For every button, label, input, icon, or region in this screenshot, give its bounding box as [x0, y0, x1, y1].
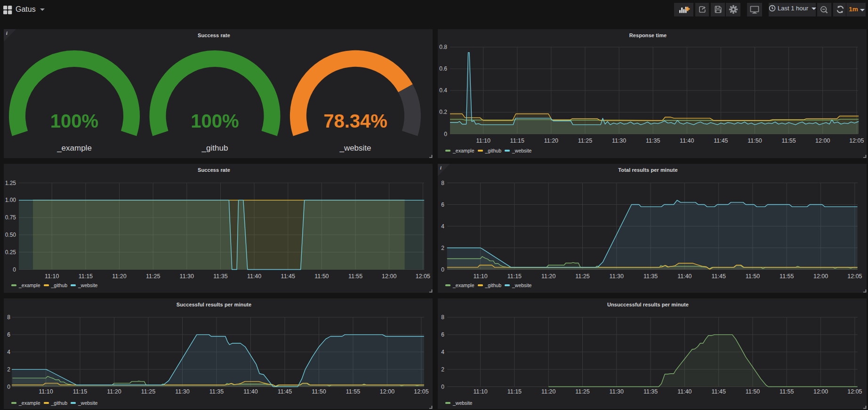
svg-text:12:05: 12:05 — [847, 273, 862, 280]
svg-text:4: 4 — [441, 223, 444, 230]
svg-text:11:15: 11:15 — [79, 273, 93, 280]
svg-text:11:45: 11:45 — [281, 273, 295, 280]
svg-text:12:05: 12:05 — [414, 388, 428, 395]
svg-text:11:10: 11:10 — [473, 273, 487, 280]
svg-text:11:40: 11:40 — [677, 273, 691, 280]
svg-text:11:35: 11:35 — [643, 388, 658, 395]
svg-text:_example: _example — [56, 144, 92, 153]
svg-text:11:55: 11:55 — [780, 273, 794, 280]
svg-text:8: 8 — [441, 180, 444, 186]
svg-text:11:50: 11:50 — [312, 388, 326, 395]
svg-text:0: 0 — [441, 384, 444, 390]
svg-text:11:55: 11:55 — [348, 273, 362, 280]
svg-text:6: 6 — [441, 331, 444, 338]
svg-text:11:50: 11:50 — [746, 388, 760, 395]
svg-text:11:35: 11:35 — [213, 273, 227, 280]
svg-text:0.75: 0.75 — [5, 214, 16, 221]
svg-text:12:05: 12:05 — [849, 137, 864, 144]
svg-text:0: 0 — [7, 384, 10, 390]
svg-text:11:35: 11:35 — [643, 273, 658, 280]
svg-text:0.4: 0.4 — [439, 87, 447, 94]
svg-text:11:25: 11:25 — [578, 137, 592, 144]
svg-text:8: 8 — [441, 314, 444, 321]
svg-text:100%: 100% — [191, 111, 239, 131]
svg-text:_website: _website — [339, 144, 371, 153]
svg-text:11:25: 11:25 — [575, 388, 589, 395]
svg-text:11:50: 11:50 — [746, 273, 760, 280]
svg-text:11:30: 11:30 — [612, 137, 626, 144]
svg-text:11:15: 11:15 — [73, 388, 87, 395]
svg-text:2: 2 — [441, 366, 444, 373]
svg-text:11:15: 11:15 — [510, 137, 524, 144]
svg-text:11:20: 11:20 — [541, 273, 555, 280]
svg-text:11:40: 11:40 — [247, 273, 261, 280]
svg-text:11:20: 11:20 — [541, 388, 555, 395]
svg-text:12:00: 12:00 — [813, 388, 828, 395]
svg-text:11:20: 11:20 — [544, 137, 558, 144]
svg-text:0.8: 0.8 — [439, 44, 447, 50]
svg-text:11:10: 11:10 — [473, 388, 487, 395]
svg-text:11:10: 11:10 — [39, 388, 53, 395]
svg-text:11:20: 11:20 — [112, 273, 126, 280]
svg-text:78.34%: 78.34% — [323, 111, 387, 131]
svg-text:12:05: 12:05 — [416, 273, 430, 280]
svg-text:11:55: 11:55 — [781, 137, 796, 144]
svg-text:12:00: 12:00 — [380, 388, 394, 395]
svg-text:11:55: 11:55 — [780, 388, 794, 395]
svg-text:0: 0 — [444, 131, 447, 137]
svg-text:0.6: 0.6 — [439, 65, 447, 72]
svg-text:11:35: 11:35 — [646, 137, 660, 144]
svg-text:11:25: 11:25 — [575, 273, 589, 280]
svg-text:11:45: 11:45 — [712, 388, 726, 395]
svg-text:2: 2 — [7, 366, 10, 373]
svg-text:11:45: 11:45 — [712, 273, 726, 280]
svg-text:12:00: 12:00 — [813, 273, 828, 280]
svg-text:11:40: 11:40 — [243, 388, 257, 395]
svg-text:11:35: 11:35 — [209, 388, 224, 395]
svg-text:11:30: 11:30 — [180, 273, 194, 280]
svg-text:11:25: 11:25 — [141, 388, 155, 395]
svg-text:_github: _github — [201, 144, 228, 153]
svg-text:6: 6 — [7, 331, 10, 338]
svg-text:11:10: 11:10 — [45, 273, 59, 280]
svg-text:12:00: 12:00 — [382, 273, 396, 280]
svg-text:4: 4 — [441, 349, 444, 355]
svg-text:6: 6 — [441, 201, 444, 208]
svg-text:1.00: 1.00 — [5, 197, 16, 203]
svg-text:11:15: 11:15 — [507, 273, 522, 280]
svg-text:8: 8 — [7, 314, 10, 321]
svg-text:11:10: 11:10 — [476, 137, 490, 144]
svg-text:4: 4 — [7, 349, 10, 355]
svg-text:11:40: 11:40 — [677, 388, 691, 395]
svg-text:11:30: 11:30 — [610, 388, 624, 395]
svg-text:0.25: 0.25 — [5, 249, 16, 256]
svg-text:11:55: 11:55 — [346, 388, 360, 395]
svg-text:11:40: 11:40 — [680, 137, 694, 144]
svg-text:0.2: 0.2 — [439, 109, 447, 115]
svg-text:0: 0 — [13, 266, 16, 273]
svg-text:0.50: 0.50 — [5, 232, 16, 238]
svg-text:11:45: 11:45 — [278, 388, 292, 395]
svg-text:12:00: 12:00 — [815, 137, 830, 144]
svg-text:11:30: 11:30 — [610, 273, 624, 280]
svg-text:0: 0 — [441, 266, 444, 273]
svg-text:11:50: 11:50 — [314, 273, 329, 280]
svg-text:11:50: 11:50 — [747, 137, 762, 144]
svg-text:11:15: 11:15 — [507, 388, 522, 395]
svg-text:11:20: 11:20 — [107, 388, 121, 395]
svg-text:1.25: 1.25 — [5, 180, 16, 186]
svg-text:11:25: 11:25 — [146, 273, 160, 280]
svg-text:2: 2 — [441, 245, 444, 251]
svg-text:11:30: 11:30 — [175, 388, 189, 395]
svg-text:12:05: 12:05 — [847, 388, 862, 395]
svg-text:100%: 100% — [50, 111, 98, 131]
svg-text:11:45: 11:45 — [714, 137, 728, 144]
